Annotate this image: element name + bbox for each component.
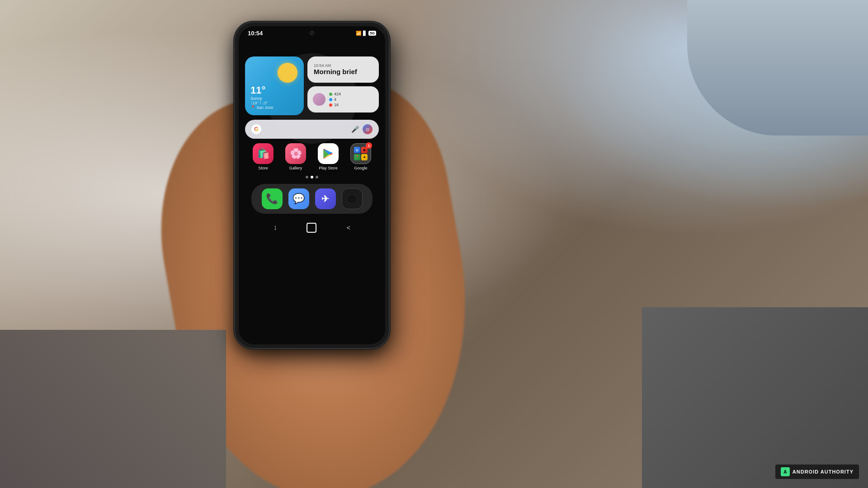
store-app-icon: 🛍️ <box>253 143 274 164</box>
nav-recents-button[interactable]: ⫶ <box>274 224 277 231</box>
morning-brief-time: 10:54 AM <box>314 63 373 68</box>
network-type: 5G <box>368 31 376 36</box>
notif-count-3: 16 <box>334 103 339 107</box>
wifi-icon: 📶 <box>356 31 361 36</box>
nav-home-button[interactable] <box>307 223 316 233</box>
weather-widget[interactable]: 11° Sunny ↑19° / ↓3° 📍 San Jose <box>245 56 304 115</box>
temperature: 11° <box>250 84 298 96</box>
app-item-store[interactable]: 🛍️ Store <box>250 143 277 170</box>
notif-count-1: 424 <box>334 92 341 96</box>
front-camera <box>310 31 314 35</box>
watermark-brand: ANDROID AUTHORITY <box>793 469 854 474</box>
app-dock: 📞 💬 ✈ ⊙ <box>251 184 373 214</box>
notif-dot-green <box>329 93 332 96</box>
watermark-logo: A <box>781 467 790 476</box>
app-grid: 🛍️ Store 🌸 Gallery <box>245 143 379 170</box>
watermark: A ANDROID AUTHORITY <box>775 465 859 479</box>
bg-bottom-right <box>642 307 868 488</box>
dock-messages[interactable]: 💬 <box>288 188 309 209</box>
page-indicators <box>245 175 379 179</box>
morning-brief-title: Morning brief <box>314 68 373 76</box>
signal-icon: ▊ <box>363 31 367 36</box>
notif-count-2: 4 <box>334 97 336 102</box>
phone-screen: 10:54 📶 ▊ 5G 11° Sunny ↑19° / ↓3° <box>239 26 385 344</box>
location-pin-icon: 📍 <box>250 105 255 110</box>
google-folder-icon: G ▶ 📍 ★ 1 <box>350 143 371 164</box>
search-bar[interactable]: G 🎤 ⊙ <box>245 120 379 139</box>
app-item-gallery[interactable]: 🌸 Gallery <box>282 143 309 170</box>
page-dot-2 <box>311 176 313 178</box>
page-dot-1 <box>306 176 308 178</box>
notif-item-3: 16 <box>329 103 341 107</box>
lens-search-icon[interactable]: ⊙ <box>363 124 373 134</box>
sun-icon <box>278 63 297 83</box>
notif-dot-blue <box>329 98 332 101</box>
dock-browser[interactable]: ✈ <box>315 188 336 209</box>
notification-widget[interactable]: 424 4 16 <box>307 86 379 113</box>
navigation-bar: ⫶ < <box>245 218 379 239</box>
widgets-row: 11° Sunny ↑19° / ↓3° 📍 San Jose 10:54 <box>245 56 379 115</box>
weather-range: ↑19° / ↓3° <box>250 101 298 105</box>
notification-app-icon <box>313 93 326 106</box>
dock-phone[interactable]: 📞 <box>262 188 283 209</box>
page-dot-3 <box>316 176 318 178</box>
phone-frame: 10:54 📶 ▊ 5G 11° Sunny ↑19° / ↓3° <box>235 23 389 348</box>
notification-counts: 424 4 16 <box>329 92 341 107</box>
weather-condition: Sunny <box>250 96 298 101</box>
app-item-playstore[interactable]: Play Store <box>315 143 342 170</box>
right-widgets: 10:54 AM Morning brief 424 <box>307 56 379 115</box>
nav-back-button[interactable]: < <box>347 224 350 231</box>
status-time: 10:54 <box>248 30 263 37</box>
voice-search-icon[interactable]: 🎤 <box>351 126 359 133</box>
playstore-app-icon <box>318 143 339 164</box>
playstore-app-label: Play Store <box>319 166 338 170</box>
notif-dot-red <box>329 103 332 107</box>
home-screen: 11° Sunny ↑19° / ↓3° 📍 San Jose 10:54 <box>239 38 385 344</box>
gallery-app-icon: 🌸 <box>285 143 306 164</box>
notif-item-1: 424 <box>329 92 341 96</box>
google-folder-badge: 1 <box>366 142 372 149</box>
google-folder-label: Google <box>354 166 367 170</box>
status-icons: 📶 ▊ 5G <box>356 31 376 36</box>
app-item-google[interactable]: G ▶ 📍 ★ 1 Google <box>347 143 374 170</box>
weather-location: 📍 San Jose <box>250 105 298 110</box>
gallery-app-label: Gallery <box>289 166 302 170</box>
morning-brief-widget[interactable]: 10:54 AM Morning brief <box>307 56 379 83</box>
bg-bottom-left <box>0 330 226 488</box>
google-logo: G <box>251 124 261 134</box>
dock-camera[interactable]: ⊙ <box>342 188 363 209</box>
store-app-label: Store <box>258 166 268 170</box>
notif-item-2: 4 <box>329 97 341 102</box>
